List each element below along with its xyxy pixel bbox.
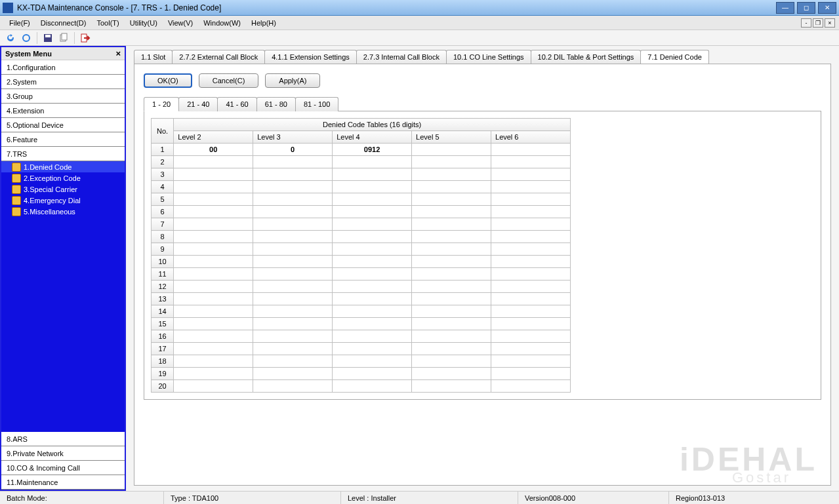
table-cell[interactable]	[253, 343, 333, 355]
table-cell[interactable]	[174, 305, 253, 318]
sidebar-item-ars[interactable]: 8.ARS	[1, 432, 125, 446]
menu-file[interactable]: File(F)	[4, 17, 35, 29]
table-cell[interactable]	[333, 293, 412, 305]
minimize-button[interactable]: —	[776, 2, 794, 14]
table-cell[interactable]	[253, 156, 333, 168]
sidebar-item-private-network[interactable]: 9.Private Network	[1, 446, 125, 461]
menu-view[interactable]: View(V)	[163, 17, 198, 29]
table-cell[interactable]	[491, 206, 571, 218]
tab-extension-settings[interactable]: 4.1.1 Extension Settings	[264, 50, 357, 64]
table-cell[interactable]	[174, 368, 253, 380]
table-cell[interactable]: 00	[174, 144, 253, 156]
ok-button[interactable]: OK(O)	[144, 73, 192, 88]
table-cell[interactable]	[333, 156, 412, 168]
table-cell[interactable]	[491, 156, 571, 168]
range-tab-41-60[interactable]: 41 - 60	[217, 97, 256, 111]
table-cell[interactable]	[333, 231, 412, 243]
table-cell[interactable]	[333, 168, 412, 181]
sidebar-item-configuration[interactable]: 1.Configuration	[1, 60, 125, 75]
table-cell[interactable]	[333, 368, 412, 380]
table-cell[interactable]	[412, 193, 491, 206]
tree-item-emergency-dial[interactable]: 4.Emergency Dial	[1, 195, 125, 206]
table-cell[interactable]	[333, 181, 412, 193]
table-cell[interactable]	[491, 231, 571, 243]
table-cell[interactable]	[491, 343, 571, 355]
table-cell[interactable]	[174, 181, 253, 193]
table-cell[interactable]	[412, 218, 491, 231]
tool-exit-icon[interactable]	[79, 31, 92, 45]
table-cell[interactable]	[174, 231, 253, 243]
sidebar-item-extension[interactable]: 4.Extension	[1, 104, 125, 118]
tool-copy-icon[interactable]	[57, 31, 70, 45]
table-cell[interactable]	[253, 318, 333, 330]
tree-item-miscellaneous[interactable]: 5.Miscellaneous	[1, 206, 125, 217]
close-button[interactable]: ✕	[818, 2, 836, 14]
table-cell[interactable]	[412, 318, 491, 330]
table-cell[interactable]: 0	[253, 144, 333, 156]
table-cell[interactable]	[174, 355, 253, 368]
table-cell[interactable]	[412, 305, 491, 318]
table-cell[interactable]	[491, 268, 571, 281]
table-cell[interactable]	[491, 243, 571, 256]
table-cell[interactable]	[333, 193, 412, 206]
sidebar-close-icon[interactable]: ×	[115, 48, 121, 58]
tab-internal-call-block[interactable]: 2.7.3 Internal Call Block	[356, 50, 447, 64]
tool-refresh-icon[interactable]	[4, 31, 17, 45]
table-cell[interactable]	[333, 343, 412, 355]
table-cell[interactable]	[174, 168, 253, 181]
table-cell[interactable]	[412, 256, 491, 268]
table-cell[interactable]	[174, 243, 253, 256]
table-cell[interactable]: 0912	[333, 144, 412, 156]
table-cell[interactable]	[174, 318, 253, 330]
sidebar-item-co-incoming[interactable]: 10.CO & Incoming Call	[1, 461, 125, 475]
table-cell[interactable]	[412, 243, 491, 256]
table-cell[interactable]	[253, 206, 333, 218]
table-cell[interactable]	[174, 193, 253, 206]
table-cell[interactable]	[491, 368, 571, 380]
table-cell[interactable]	[333, 218, 412, 231]
table-cell[interactable]	[412, 330, 491, 343]
table-cell[interactable]	[253, 218, 333, 231]
maximize-button[interactable]: ◻	[797, 2, 815, 14]
apply-button[interactable]: Apply(A)	[265, 73, 320, 88]
mdi-restore[interactable]: ❐	[813, 18, 823, 28]
tab-dil-table[interactable]: 10.2 DIL Table & Port Settings	[531, 50, 642, 64]
table-cell[interactable]	[491, 281, 571, 293]
table-cell[interactable]	[174, 156, 253, 168]
table-cell[interactable]	[253, 305, 333, 318]
table-cell[interactable]	[491, 181, 571, 193]
table-cell[interactable]	[412, 355, 491, 368]
table-cell[interactable]	[174, 293, 253, 305]
table-cell[interactable]	[491, 293, 571, 305]
table-cell[interactable]	[174, 206, 253, 218]
tree-item-denied-code[interactable]: 1.Denied Code	[1, 161, 125, 172]
tab-co-line-settings[interactable]: 10.1 CO Line Settings	[446, 50, 531, 64]
table-cell[interactable]	[333, 318, 412, 330]
table-cell[interactable]	[412, 268, 491, 281]
table-cell[interactable]	[412, 380, 491, 393]
table-cell[interactable]	[253, 231, 333, 243]
table-cell[interactable]	[333, 206, 412, 218]
table-cell[interactable]	[333, 355, 412, 368]
menu-utility[interactable]: Utility(U)	[125, 17, 163, 29]
menu-tool[interactable]: Tool(T)	[91, 17, 124, 29]
mdi-minimize[interactable]: -	[801, 18, 811, 28]
table-cell[interactable]	[253, 281, 333, 293]
mdi-close[interactable]: ×	[825, 18, 835, 28]
tab-denied-code[interactable]: 7.1 Denied Code	[640, 50, 709, 64]
table-cell[interactable]	[491, 218, 571, 231]
tab-external-call-block[interactable]: 2.7.2 External Call Block	[172, 50, 265, 64]
sidebar-item-group[interactable]: 3.Group	[1, 89, 125, 104]
menu-disconnect[interactable]: Disconnect(D)	[35, 17, 92, 29]
table-cell[interactable]	[491, 305, 571, 318]
sidebar-item-maintenance[interactable]: 11.Maintenance	[1, 475, 125, 490]
table-cell[interactable]	[333, 330, 412, 343]
table-cell[interactable]	[174, 256, 253, 268]
table-cell[interactable]	[174, 218, 253, 231]
tree-item-exception-code[interactable]: 2.Exception Code	[1, 172, 125, 184]
table-cell[interactable]	[253, 193, 333, 206]
table-cell[interactable]	[491, 330, 571, 343]
tool-settings-icon[interactable]	[20, 31, 33, 45]
table-cell[interactable]	[412, 206, 491, 218]
menu-help[interactable]: Help(H)	[246, 17, 281, 29]
